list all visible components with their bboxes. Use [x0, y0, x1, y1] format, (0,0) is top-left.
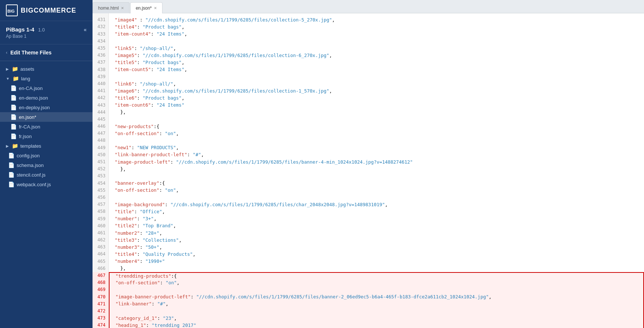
line-number: 447 [93, 130, 108, 137]
line-number: 463 [93, 244, 108, 251]
line-number: 444 [93, 108, 108, 116]
back-arrow-icon: ‹ [6, 50, 7, 55]
line-number: 473 [93, 315, 108, 322]
code-line: "link-banner-product-left": "#", [109, 151, 644, 158]
code-line: "title4": "Product bags", [109, 23, 644, 30]
line-number: 466 [93, 265, 108, 272]
line-number: 436 [93, 52, 108, 59]
project-name: PiBags 1-4 1.0 [6, 26, 45, 33]
line-number: 461 [93, 230, 108, 237]
code-line: "image-product-left": "//cdn.shopify.com… [109, 158, 644, 165]
code-line: "item-count4": "24 Items", [109, 30, 644, 37]
sidebar-item-en-ca-json[interactable]: 📄 en-CA.json [0, 83, 93, 93]
sidebar-item-en-demo-json[interactable]: 📄 en-demo.json [0, 93, 93, 103]
code-line: "link5": "/shop-all/", [109, 45, 644, 52]
sidebar-item-stencil-conf-js[interactable]: 📄 stencil.conf.js [0, 170, 93, 180]
line-numbers: 4314324334344354364374384394404414424434… [93, 13, 109, 328]
file-icon: 📄 [8, 172, 14, 178]
code-line: }, [109, 265, 644, 272]
sidebar-item-config-json[interactable]: 📄 config.json [0, 151, 93, 160]
code-line: "link6": "/shop-all/", [109, 80, 644, 87]
line-number: 468 [93, 279, 108, 286]
file-label: en-CA.json [19, 86, 43, 91]
tab-en-json[interactable]: en.json* × [130, 2, 162, 13]
line-number: 434 [93, 38, 108, 45]
line-number: 450 [93, 151, 108, 158]
code-line [109, 173, 644, 180]
line-number: 474 [93, 322, 108, 328]
code-line: "item-count5": "24 Items", [109, 66, 644, 73]
code-line: "title5": "Product bags", [109, 59, 644, 66]
code-line: "trendding-products":{ [109, 272, 644, 279]
sidebar-item-schema-json[interactable]: 📄 schema.json [0, 160, 93, 170]
line-number: 435 [93, 45, 108, 52]
tab-close-icon[interactable]: × [154, 6, 157, 10]
file-icon: 📄 [8, 181, 14, 187]
code-line: "image4" : "//cdn.shopify.com/s/files/1/… [109, 16, 644, 23]
line-number: 437 [93, 59, 108, 66]
edit-theme-files-nav[interactable]: ‹ Edit Theme Files [0, 44, 93, 61]
code-line: }, [109, 165, 644, 173]
tab-home-html[interactable]: home.html × [93, 2, 130, 13]
sidebar-item-fr-ca-json[interactable]: 📄 fr-CA.json [0, 122, 93, 131]
folder-label: lang [21, 76, 30, 81]
code-line [109, 38, 644, 45]
folder-label: assets [20, 66, 34, 72]
project-sub: Ap Base 1 [6, 34, 87, 39]
code-line: "title2": "Top Brand", [109, 222, 644, 229]
line-number: 438 [93, 66, 108, 73]
chevron-icon[interactable]: « [84, 27, 87, 33]
folder-icon: 📁 [12, 66, 18, 72]
code-line: "title6": "Product bags", [109, 94, 644, 101]
file-label: stencil.conf.js [17, 172, 46, 178]
code-line: "heading_1": "trendding 2017" [109, 322, 644, 328]
line-number: 455 [93, 187, 108, 194]
file-label: schema.json [17, 163, 44, 168]
file-label: en-demo.json [19, 95, 48, 101]
code-line [109, 137, 644, 144]
file-tree: ▶ 📁 assets ▼ 📁 lang 📄 en-CA.json 📄 en-de… [0, 61, 93, 328]
file-icon: 📄 [10, 133, 17, 139]
tab-label: home.html [98, 6, 119, 11]
file-icon: 📄 [10, 124, 17, 130]
expand-icon: ▼ [6, 77, 10, 81]
file-icon: 📄 [10, 114, 17, 120]
code-line: }, [109, 108, 644, 116]
line-number: 469 [93, 286, 108, 293]
line-number: 439 [93, 73, 108, 80]
line-number: 440 [93, 80, 108, 87]
svg-text:BIG: BIG [7, 9, 15, 13]
line-number: 453 [93, 173, 108, 180]
line-number: 472 [93, 308, 108, 315]
code-line: "title4": "Quality Products", [109, 251, 644, 258]
line-number: 442 [93, 94, 108, 101]
line-number: 471 [93, 301, 108, 308]
code-line: "image6": "//cdn.shopify.com/s/files/1/1… [109, 87, 644, 94]
sidebar-item-fr-json[interactable]: 📄 fr.json [0, 131, 93, 141]
file-label: en.json* [19, 114, 36, 120]
line-number: 458 [93, 208, 108, 215]
line-number: 454 [93, 180, 108, 187]
sidebar-project: PiBags 1-4 1.0 « Ap Base 1 [0, 21, 93, 44]
code-line: "number2": "28+", [109, 230, 644, 237]
file-icon: 📄 [8, 153, 14, 158]
tab-label: en.json* [136, 6, 152, 11]
project-name-row: PiBags 1-4 1.0 « [6, 26, 87, 33]
code-editor[interactable]: 4314324334344354364374384394404414424434… [93, 13, 644, 328]
tab-close-icon[interactable]: × [121, 6, 124, 10]
sidebar-item-en-deploy-json[interactable]: 📄 en-deploy.json [0, 103, 93, 112]
sidebar-item-webpack-conf-js[interactable]: 📄 webpack.conf.js [0, 180, 93, 189]
line-number: 460 [93, 222, 108, 229]
code-line [109, 286, 644, 293]
line-number: 431 [93, 16, 108, 23]
sidebar-item-templates[interactable]: ▶ 📁 templates [0, 141, 93, 151]
sidebar-item-assets[interactable]: ▶ 📁 assets [0, 64, 93, 74]
line-number: 467 [93, 272, 108, 279]
sidebar-item-lang[interactable]: ▼ 📁 lang [0, 74, 93, 83]
code-line: "number": "3+", [109, 215, 644, 222]
file-icon: 📄 [10, 85, 17, 91]
sidebar-item-en-json[interactable]: 📄 en.json* [0, 112, 93, 122]
file-icon: 📄 [10, 104, 17, 110]
logo-text: BIGCOMMERCE [21, 7, 76, 14]
code-line [109, 73, 644, 80]
